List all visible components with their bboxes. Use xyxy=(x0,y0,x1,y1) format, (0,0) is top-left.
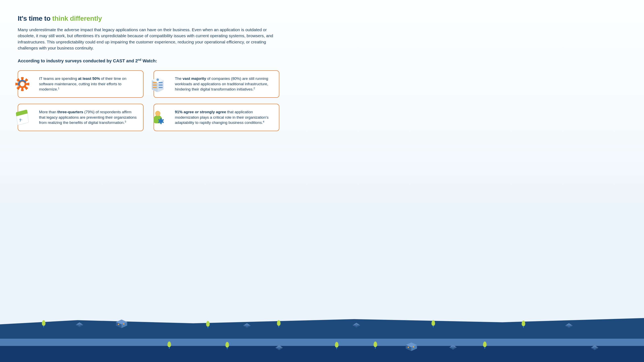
stat-text: IT teams are spending at least 50% of th… xyxy=(39,76,138,92)
tree-icon xyxy=(483,341,486,349)
stat-footnote: 3 xyxy=(125,120,126,123)
tree-icon xyxy=(168,341,171,349)
stat-pre: IT teams are spending xyxy=(39,76,78,81)
stat-bold: 91% agree or strongly agree xyxy=(175,110,226,114)
subhead-sup: nd xyxy=(138,58,141,61)
svg-rect-4 xyxy=(153,82,157,83)
svg-rect-7 xyxy=(158,82,162,83)
stat-card: The vast majority of companies (80%) are… xyxy=(154,70,279,98)
svg-rect-5 xyxy=(153,85,157,86)
svg-rect-14 xyxy=(118,324,119,325)
stat-text: The vast majority of companies (80%) are… xyxy=(175,76,273,92)
stat-footnote: 4 xyxy=(263,120,264,123)
tree-icon xyxy=(226,342,229,349)
landscape-illustration xyxy=(0,310,644,362)
server-building-icon xyxy=(150,76,166,92)
cube-icon xyxy=(352,323,360,328)
tree-icon xyxy=(277,320,280,328)
subhead-after: Watch: xyxy=(141,58,157,63)
cube-icon xyxy=(243,323,251,328)
stat-cards-grid: IT teams are spending at least 50% of th… xyxy=(18,70,279,131)
cube-icon xyxy=(591,345,598,350)
stat-bold: at least 50% xyxy=(78,76,100,81)
svg-point-10 xyxy=(156,78,159,81)
svg-rect-19 xyxy=(408,347,409,348)
house-icon xyxy=(406,342,418,351)
stat-text: More than three-quarters (79%) of respon… xyxy=(39,109,138,125)
stat-footnote: 1 xyxy=(58,87,59,90)
tree-icon xyxy=(206,321,210,328)
stat-text: 91% agree or strongly agree that applica… xyxy=(175,109,273,125)
title-accent: think differently xyxy=(52,14,102,22)
title-prefix: It's time to xyxy=(18,14,52,22)
subhead-before: According to industry surveys conducted … xyxy=(18,58,138,63)
stat-card: 91% agree or strongly agree that applica… xyxy=(154,104,279,131)
svg-rect-15 xyxy=(123,323,124,325)
calendar-icon: 7· xyxy=(14,110,30,125)
tree-icon xyxy=(374,341,377,349)
survey-subhead: According to industry surveys conducted … xyxy=(18,58,626,63)
cube-icon xyxy=(76,322,83,327)
house-icon xyxy=(116,319,128,328)
svg-rect-9 xyxy=(158,87,162,88)
person-gear-icon xyxy=(150,110,166,125)
page-title: It's time to think differently xyxy=(18,14,626,22)
cube-icon xyxy=(449,345,457,350)
stat-bold: three-quarters xyxy=(57,110,83,114)
stat-pre: More than xyxy=(39,110,57,114)
cube-icon xyxy=(565,323,573,328)
tree-icon xyxy=(335,342,338,349)
stat-card: IT teams are spending at least 50% of th… xyxy=(18,70,144,98)
svg-rect-20 xyxy=(413,346,414,348)
tree-icon xyxy=(42,320,46,328)
stat-card: 7· More than three-quarters (79%) of res… xyxy=(18,104,144,131)
tree-icon xyxy=(522,320,525,328)
svg-rect-8 xyxy=(158,85,162,86)
svg-rect-6 xyxy=(153,87,157,88)
stat-pre: The xyxy=(175,76,182,81)
lead-paragraph: Many underestimate the adverse impact th… xyxy=(18,27,279,51)
gear-cycle-icon xyxy=(14,76,30,92)
tree-icon xyxy=(432,320,435,328)
stat-footnote: 2 xyxy=(254,87,255,90)
stat-bold: vast majority xyxy=(182,76,206,81)
cube-icon xyxy=(275,345,283,350)
